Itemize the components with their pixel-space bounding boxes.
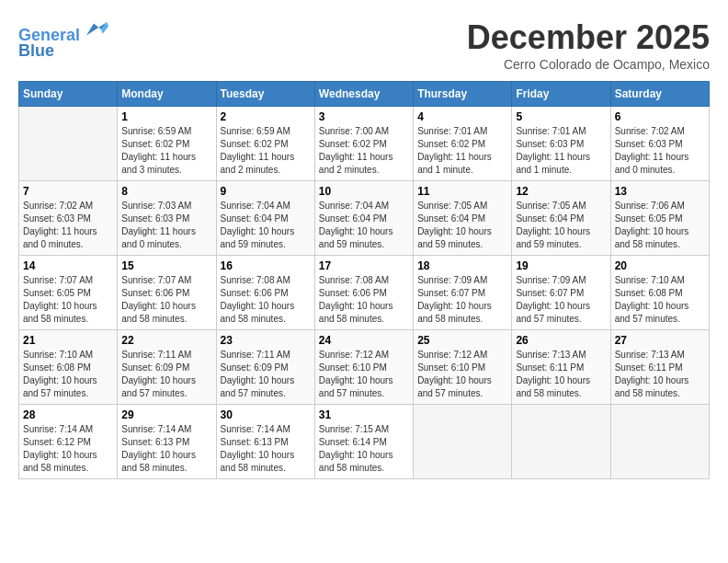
day-number: 16 <box>221 259 311 272</box>
weekday-header: Sunday <box>19 82 118 107</box>
calendar-cell <box>610 405 709 479</box>
calendar-cell <box>19 107 118 181</box>
calendar-cell: 2 Sunrise: 6:59 AMSunset: 6:02 PMDayligh… <box>216 107 314 181</box>
calendar-cell: 7 Sunrise: 7:02 AMSunset: 6:03 PMDayligh… <box>19 181 118 256</box>
calendar-week-row: 1 Sunrise: 6:59 AMSunset: 6:02 PMDayligh… <box>19 107 710 181</box>
day-number: 25 <box>417 334 507 347</box>
logo-icon <box>86 18 108 40</box>
day-number: 28 <box>23 408 113 421</box>
calendar-cell: 17 Sunrise: 7:08 AMSunset: 6:06 PMDaylig… <box>314 256 413 330</box>
calendar-cell: 20 Sunrise: 7:10 AMSunset: 6:08 PMDaylig… <box>610 256 709 330</box>
calendar-cell: 14 Sunrise: 7:07 AMSunset: 6:05 PMDaylig… <box>19 256 118 330</box>
calendar-cell: 27 Sunrise: 7:13 AMSunset: 6:11 PMDaylig… <box>610 330 709 405</box>
day-number: 24 <box>319 334 409 347</box>
weekday-header: Saturday <box>610 82 709 107</box>
day-info: Sunrise: 6:59 AMSunset: 6:02 PMDaylight:… <box>121 125 211 177</box>
calendar-cell: 24 Sunrise: 7:12 AMSunset: 6:10 PMDaylig… <box>314 330 413 405</box>
logo: General Blue <box>18 18 108 61</box>
day-number: 6 <box>615 110 705 123</box>
day-number: 23 <box>221 334 311 347</box>
day-number: 3 <box>319 110 409 123</box>
day-info: Sunrise: 7:11 AMSunset: 6:09 PMDaylight:… <box>221 349 311 400</box>
day-number: 22 <box>121 334 211 347</box>
day-number: 29 <box>121 408 211 421</box>
day-number: 11 <box>417 185 507 198</box>
weekday-header: Monday <box>118 82 216 107</box>
calendar-cell: 13 Sunrise: 7:06 AMSunset: 6:05 PMDaylig… <box>610 181 709 256</box>
day-info: Sunrise: 7:14 AMSunset: 6:12 PMDaylight:… <box>23 423 113 475</box>
day-info: Sunrise: 7:13 AMSunset: 6:11 PMDaylight:… <box>516 349 606 400</box>
page-header: General Blue December 2025 Cerro Colorad… <box>18 18 710 72</box>
day-info: Sunrise: 6:59 AMSunset: 6:02 PMDaylight:… <box>221 125 311 177</box>
calendar-week-row: 7 Sunrise: 7:02 AMSunset: 6:03 PMDayligh… <box>19 181 710 256</box>
day-number: 4 <box>417 110 507 123</box>
day-info: Sunrise: 7:09 AMSunset: 6:07 PMDaylight:… <box>516 274 606 326</box>
day-number: 5 <box>516 110 606 123</box>
day-info: Sunrise: 7:09 AMSunset: 6:07 PMDaylight:… <box>417 274 507 326</box>
calendar-cell <box>512 405 610 479</box>
day-info: Sunrise: 7:14 AMSunset: 6:13 PMDaylight:… <box>121 423 211 475</box>
day-number: 13 <box>615 185 705 198</box>
calendar-week-row: 21 Sunrise: 7:10 AMSunset: 6:08 PMDaylig… <box>19 330 710 405</box>
day-info: Sunrise: 7:07 AMSunset: 6:06 PMDaylight:… <box>121 274 211 326</box>
calendar-cell: 11 Sunrise: 7:05 AMSunset: 6:04 PMDaylig… <box>414 181 512 256</box>
day-number: 15 <box>121 259 211 272</box>
day-info: Sunrise: 7:01 AMSunset: 6:02 PMDaylight:… <box>417 125 507 177</box>
day-info: Sunrise: 7:02 AMSunset: 6:03 PMDaylight:… <box>615 125 705 177</box>
month-title: December 2025 <box>467 18 710 57</box>
calendar-cell: 23 Sunrise: 7:11 AMSunset: 6:09 PMDaylig… <box>216 330 314 405</box>
calendar-cell: 5 Sunrise: 7:01 AMSunset: 6:03 PMDayligh… <box>512 107 610 181</box>
day-info: Sunrise: 7:05 AMSunset: 6:04 PMDaylight:… <box>516 200 606 251</box>
day-number: 12 <box>516 185 606 198</box>
day-number: 7 <box>23 185 113 198</box>
calendar-cell: 3 Sunrise: 7:00 AMSunset: 6:02 PMDayligh… <box>314 107 413 181</box>
calendar-cell: 8 Sunrise: 7:03 AMSunset: 6:03 PMDayligh… <box>118 181 216 256</box>
day-number: 26 <box>516 334 606 347</box>
calendar-cell <box>414 405 512 479</box>
day-info: Sunrise: 7:10 AMSunset: 6:08 PMDaylight:… <box>615 274 705 326</box>
day-number: 19 <box>516 259 606 272</box>
calendar-week-row: 14 Sunrise: 7:07 AMSunset: 6:05 PMDaylig… <box>19 256 710 330</box>
day-info: Sunrise: 7:13 AMSunset: 6:11 PMDaylight:… <box>615 349 705 400</box>
calendar-cell: 30 Sunrise: 7:14 AMSunset: 6:13 PMDaylig… <box>216 405 314 479</box>
calendar-cell: 4 Sunrise: 7:01 AMSunset: 6:02 PMDayligh… <box>414 107 512 181</box>
day-info: Sunrise: 7:05 AMSunset: 6:04 PMDaylight:… <box>417 200 507 251</box>
day-info: Sunrise: 7:14 AMSunset: 6:13 PMDaylight:… <box>221 423 311 475</box>
day-info: Sunrise: 7:06 AMSunset: 6:05 PMDaylight:… <box>615 200 705 251</box>
day-info: Sunrise: 7:08 AMSunset: 6:06 PMDaylight:… <box>319 274 409 326</box>
day-number: 14 <box>23 259 113 272</box>
calendar-cell: 29 Sunrise: 7:14 AMSunset: 6:13 PMDaylig… <box>118 405 216 479</box>
calendar-cell: 6 Sunrise: 7:02 AMSunset: 6:03 PMDayligh… <box>610 107 709 181</box>
day-info: Sunrise: 7:02 AMSunset: 6:03 PMDaylight:… <box>23 200 113 251</box>
day-number: 31 <box>319 408 409 421</box>
day-number: 8 <box>121 185 211 198</box>
day-info: Sunrise: 7:01 AMSunset: 6:03 PMDaylight:… <box>516 125 606 177</box>
day-number: 1 <box>121 110 211 123</box>
calendar-cell: 12 Sunrise: 7:05 AMSunset: 6:04 PMDaylig… <box>512 181 610 256</box>
day-info: Sunrise: 7:12 AMSunset: 6:10 PMDaylight:… <box>417 349 507 400</box>
title-block: December 2025 Cerro Colorado de Ocampo, … <box>467 18 710 72</box>
weekday-header: Wednesday <box>314 82 413 107</box>
location: Cerro Colorado de Ocampo, Mexico <box>467 57 710 72</box>
calendar-table: SundayMondayTuesdayWednesdayThursdayFrid… <box>18 81 710 479</box>
day-number: 18 <box>417 259 507 272</box>
day-number: 20 <box>615 259 705 272</box>
weekday-header: Thursday <box>414 82 512 107</box>
day-number: 30 <box>221 408 311 421</box>
day-info: Sunrise: 7:03 AMSunset: 6:03 PMDaylight:… <box>121 200 211 251</box>
calendar-cell: 28 Sunrise: 7:14 AMSunset: 6:12 PMDaylig… <box>19 405 118 479</box>
calendar-cell: 31 Sunrise: 7:15 AMSunset: 6:14 PMDaylig… <box>314 405 413 479</box>
calendar-week-row: 28 Sunrise: 7:14 AMSunset: 6:12 PMDaylig… <box>19 405 710 479</box>
calendar-cell: 18 Sunrise: 7:09 AMSunset: 6:07 PMDaylig… <box>414 256 512 330</box>
weekday-header-row: SundayMondayTuesdayWednesdayThursdayFrid… <box>19 82 710 107</box>
day-info: Sunrise: 7:07 AMSunset: 6:05 PMDaylight:… <box>23 274 113 326</box>
calendar-cell: 22 Sunrise: 7:11 AMSunset: 6:09 PMDaylig… <box>118 330 216 405</box>
weekday-header: Tuesday <box>216 82 314 107</box>
calendar-cell: 15 Sunrise: 7:07 AMSunset: 6:06 PMDaylig… <box>118 256 216 330</box>
weekday-header: Friday <box>512 82 610 107</box>
calendar-cell: 26 Sunrise: 7:13 AMSunset: 6:11 PMDaylig… <box>512 330 610 405</box>
day-info: Sunrise: 7:08 AMSunset: 6:06 PMDaylight:… <box>221 274 311 326</box>
calendar-cell: 21 Sunrise: 7:10 AMSunset: 6:08 PMDaylig… <box>19 330 118 405</box>
day-number: 10 <box>319 185 409 198</box>
calendar-cell: 9 Sunrise: 7:04 AMSunset: 6:04 PMDayligh… <box>216 181 314 256</box>
